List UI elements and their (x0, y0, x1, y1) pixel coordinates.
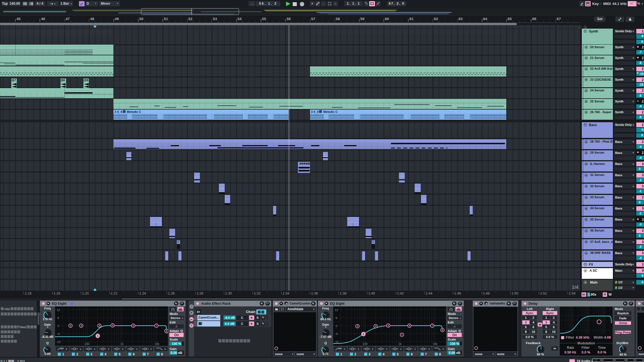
svg-text:1: 1 (401, 333, 403, 336)
svg-text:10k: 10k (154, 342, 159, 345)
svg-text:8: 8 (442, 329, 443, 331)
svg-text:-6: -6 (57, 332, 60, 336)
svg-text:-12: -12 (56, 340, 61, 344)
svg-text:1: 1 (97, 334, 98, 337)
svg-text:6: 6 (336, 316, 337, 320)
svg-text:10k: 10k (433, 342, 438, 345)
svg-text:-12: -12 (334, 340, 339, 344)
svg-text:7: 7 (432, 324, 433, 327)
svg-text:100: 100 (363, 342, 368, 345)
svg-text:8: 8 (166, 330, 167, 332)
svg-text:0: 0 (58, 324, 59, 328)
svg-text:6: 6 (58, 316, 59, 320)
svg-text:1k: 1k (120, 342, 124, 345)
svg-text:5: 5 (388, 324, 389, 327)
svg-text:3: 3 (81, 324, 82, 327)
svg-text:100: 100 (85, 342, 89, 345)
svg-text:2: 2 (363, 333, 364, 335)
svg-text:-6: -6 (335, 332, 338, 336)
svg-text:5: 5 (112, 324, 113, 327)
svg-text:6: 6 (409, 324, 410, 327)
svg-text:7: 7 (156, 324, 157, 327)
svg-text:4: 4 (99, 324, 100, 327)
svg-text:1k: 1k (398, 342, 402, 345)
svg-text:12: 12 (57, 308, 60, 312)
svg-text:0: 0 (336, 324, 337, 328)
svg-text:6: 6 (133, 324, 134, 327)
svg-text:2: 2 (70, 324, 71, 327)
svg-text:4: 4 (375, 325, 376, 328)
svg-text:12: 12 (335, 308, 338, 312)
svg-text:3: 3 (357, 325, 358, 328)
